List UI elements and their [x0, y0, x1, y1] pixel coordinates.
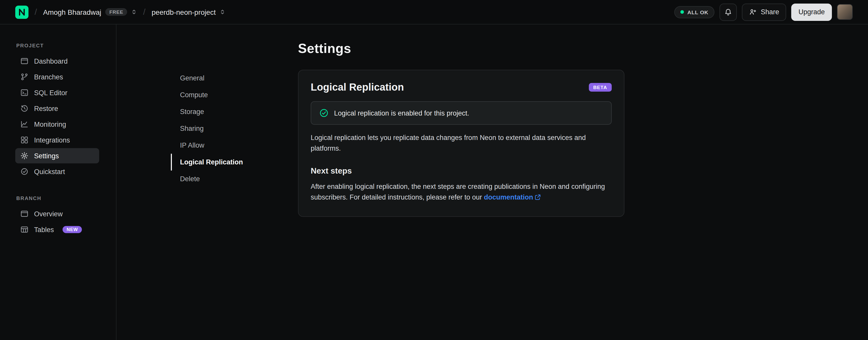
- tables-icon: [20, 225, 29, 234]
- sidebar-item-settings[interactable]: Settings: [15, 148, 99, 163]
- neon-logo-icon[interactable]: [15, 5, 29, 19]
- share-users-icon: [749, 8, 757, 16]
- project-name: peerdb-neon-project: [152, 8, 216, 16]
- next-steps-text-body: After enabling logical replication, the …: [311, 183, 605, 201]
- subnav-item-storage[interactable]: Storage: [171, 103, 298, 120]
- breadcrumb-slash: /: [35, 7, 37, 17]
- sidebar-item-label: Overview: [34, 210, 63, 218]
- logical-replication-card: Logical Replication BETA Logical replica…: [298, 70, 624, 217]
- sidebar-item-overview[interactable]: Overview: [15, 206, 99, 221]
- sidebar-section-project: PROJECT: [16, 43, 99, 48]
- topbar: / Amogh Bharadwaj FREE / peerdb-neon-pro…: [0, 0, 868, 24]
- settings-subnav: General Compute Storage Sharing IP Allow…: [171, 70, 298, 187]
- sidebar-item-label: Tables: [34, 226, 54, 233]
- subnav-item-sharing[interactable]: Sharing: [171, 120, 298, 137]
- restore-icon: [20, 104, 29, 112]
- external-link-icon: [535, 194, 541, 201]
- settings-icon: [20, 152, 29, 160]
- monitoring-icon: [20, 120, 29, 128]
- integrations-icon: [20, 136, 29, 144]
- new-badge: NEW: [63, 226, 82, 233]
- chevron-updown-icon: [131, 9, 137, 15]
- plan-badge: FREE: [105, 8, 127, 16]
- dashboard-icon: [20, 57, 29, 65]
- upgrade-button[interactable]: Upgrade: [791, 3, 832, 21]
- status-dot-icon: [680, 10, 684, 14]
- breadcrumb: / Amogh Bharadwaj FREE / peerdb-neon-pro…: [15, 5, 225, 19]
- sidebar-item-tables[interactable]: Tables NEW: [15, 222, 99, 237]
- card-description: Logical replication lets you replicate d…: [311, 133, 612, 154]
- chevron-updown-icon: [220, 9, 225, 15]
- sidebar-item-label: Settings: [34, 152, 59, 160]
- beta-badge: BETA: [589, 83, 612, 92]
- quickstart-icon: [20, 167, 29, 176]
- org-selector[interactable]: Amogh Bharadwaj FREE: [43, 8, 137, 16]
- sidebar-item-integrations[interactable]: Integrations: [15, 132, 99, 148]
- app-root: / Amogh Bharadwaj FREE / peerdb-neon-pro…: [0, 0, 868, 340]
- main-content: Settings General Compute Storage Sharing…: [117, 24, 868, 340]
- notifications-button[interactable]: [719, 3, 737, 21]
- sidebar-item-label: SQL Editor: [34, 89, 67, 96]
- sidebar-item-label: Dashboard: [34, 57, 68, 65]
- sidebar-item-monitoring[interactable]: Monitoring: [15, 117, 99, 132]
- subnav-item-general[interactable]: General: [171, 70, 298, 87]
- documentation-link[interactable]: documentation: [484, 193, 533, 201]
- overview-icon: [20, 210, 29, 218]
- sidebar-item-sql-editor[interactable]: SQL Editor: [15, 85, 99, 100]
- topbar-actions: ALL OK Share: [674, 3, 853, 21]
- subnav-item-delete[interactable]: Delete: [171, 171, 298, 187]
- share-label: Share: [761, 8, 779, 16]
- sidebar-item-label: Monitoring: [34, 120, 66, 128]
- status-pill[interactable]: ALL OK: [674, 6, 715, 18]
- sidebar-item-quickstart[interactable]: Quickstart: [15, 164, 99, 179]
- sidebar-section-branch: BRANCH: [16, 195, 99, 201]
- sidebar-item-label: Quickstart: [34, 168, 65, 175]
- sidebar-item-dashboard[interactable]: Dashboard: [15, 53, 99, 69]
- project-selector[interactable]: peerdb-neon-project: [152, 8, 225, 16]
- sidebar-item-branches[interactable]: Branches: [15, 69, 99, 84]
- bell-icon: [724, 8, 732, 16]
- sidebar-item-label: Branches: [34, 73, 63, 81]
- status-label: ALL OK: [687, 9, 709, 15]
- sidebar: PROJECT Dashboard Branches: [0, 24, 117, 340]
- check-circle-icon: [319, 108, 329, 118]
- branches-icon: [20, 73, 29, 81]
- sidebar-item-label: Integrations: [34, 136, 70, 144]
- upgrade-label: Upgrade: [798, 8, 825, 16]
- enabled-notice-text: Logical replication is enabled for this …: [334, 109, 469, 117]
- sidebar-item-label: Restore: [34, 105, 58, 112]
- card-title: Logical Replication: [311, 81, 404, 93]
- sidebar-item-restore[interactable]: Restore: [15, 101, 99, 116]
- next-steps-title: Next steps: [311, 166, 612, 176]
- org-name: Amogh Bharadwaj: [43, 8, 101, 16]
- next-steps-text: After enabling logical replication, the …: [311, 182, 612, 203]
- enabled-notice: Logical replication is enabled for this …: [311, 101, 612, 125]
- layout: PROJECT Dashboard Branches: [0, 24, 868, 340]
- subnav-item-compute[interactable]: Compute: [171, 87, 298, 103]
- subnav-item-ip-allow[interactable]: IP Allow: [171, 137, 298, 154]
- user-avatar[interactable]: [837, 4, 853, 20]
- subnav-item-logical-replication[interactable]: Logical Replication: [171, 154, 298, 171]
- sql-editor-icon: [20, 89, 29, 97]
- share-button[interactable]: Share: [742, 3, 786, 21]
- breadcrumb-slash: /: [143, 7, 146, 17]
- page-title: Settings: [298, 41, 868, 56]
